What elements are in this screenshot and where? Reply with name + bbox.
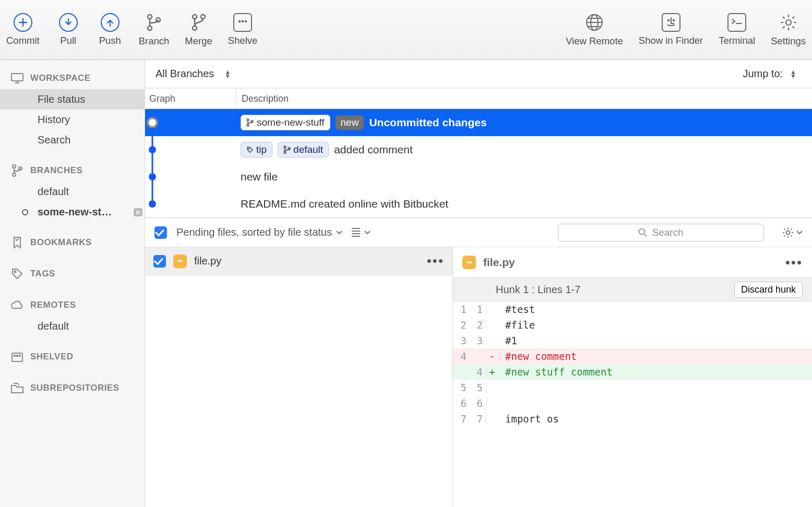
svg-point-3 (193, 15, 197, 19)
jump-to-dropdown[interactable]: Jump to: ▲▼ (743, 68, 802, 80)
monitor-icon (10, 71, 24, 85)
view-mode-dropdown[interactable] (352, 228, 371, 237)
select-all-checkbox[interactable] (154, 226, 167, 239)
push-label: Push (99, 35, 121, 46)
bookmark-icon (10, 236, 24, 249)
svg-point-31 (248, 148, 249, 149)
cloud-icon (10, 298, 24, 312)
sidebar-item-history[interactable]: History (0, 110, 145, 130)
branch-icon (10, 164, 24, 177)
commit-list-header: Graph Description (145, 88, 812, 109)
commit-button[interactable]: Commit (6, 13, 40, 46)
terminal-button[interactable]: Terminal (719, 13, 755, 46)
diff-line[interactable]: 77import os (453, 411, 812, 427)
sidebar-section-remotes[interactable]: REMOTES (0, 294, 145, 316)
search-input[interactable]: Search (558, 224, 764, 242)
hunk-label: Hunk 1 : Lines 1-7 (496, 284, 580, 296)
file-status-modified-icon: ••• (462, 256, 476, 269)
commit-label: Commit (6, 35, 40, 46)
svg-point-21 (17, 355, 18, 357)
finder-label: Show in Finder (639, 35, 703, 46)
pending-file-row[interactable]: ••• file.py ••• (145, 247, 452, 275)
filter-bar: All Branches ▲▼ Jump to: ▲▼ (145, 60, 812, 88)
subrepo-icon (10, 381, 24, 395)
sidebar-section-workspace[interactable]: WORKSPACE (0, 67, 145, 89)
branch-filter-label: All Branches (156, 68, 214, 80)
file-status-modified-icon: ••• (173, 255, 187, 268)
file-checkbox[interactable] (153, 255, 166, 268)
sidebar-section-shelved[interactable]: SHELVED (0, 346, 145, 368)
diff-line[interactable]: 22#file (453, 317, 812, 333)
sidebar-branch-default[interactable]: default (0, 182, 145, 202)
gear-icon (779, 13, 798, 32)
pull-button[interactable]: Pull (55, 13, 81, 46)
file-actions-button[interactable]: ••• (427, 253, 444, 269)
terminal-icon (727, 13, 746, 32)
branch-pill: default (278, 142, 329, 158)
diff-settings-button[interactable] (782, 226, 803, 239)
updown-icon: ▲▼ (790, 70, 796, 78)
commit-row-uncommitted[interactable]: some-new-stuff new Uncommitted changes (145, 109, 812, 136)
column-description[interactable]: Description (236, 93, 812, 104)
sidebar-item-file-status[interactable]: File status (0, 89, 145, 110)
push-button[interactable]: Push (97, 13, 123, 46)
commit-row[interactable]: new file (145, 163, 812, 190)
chevron-down-icon (796, 231, 803, 235)
sidebar-branch-some-new-stuff[interactable]: some-new-st… n (0, 202, 145, 222)
commit-row[interactable]: README.md created online with Bitbucket (145, 190, 812, 218)
svg-point-33 (284, 151, 286, 153)
settings-label: Settings (771, 35, 806, 47)
diff-line[interactable]: 33#1 (453, 333, 812, 348)
shelve-button[interactable]: Shelve (228, 13, 258, 46)
diff-line[interactable]: 55 (453, 380, 812, 395)
plus-icon (14, 13, 32, 32)
subrepos-label: SUBREPOSITORIES (30, 383, 120, 393)
svg-point-5 (201, 15, 205, 19)
tags-label: TAGS (30, 269, 55, 279)
branch-icon (144, 13, 164, 32)
diff-line[interactable]: 4+#new stuff comment (453, 364, 812, 380)
arrow-up-icon (101, 13, 120, 32)
discard-hunk-button[interactable]: Discard hunk (734, 282, 803, 298)
terminal-label: Terminal (719, 35, 755, 46)
chevron-down-icon (364, 231, 371, 235)
diff-actions-button[interactable]: ••• (785, 255, 803, 271)
svg-point-22 (19, 355, 21, 357)
sidebar-section-branches[interactable]: BRANCHES (0, 160, 145, 182)
svg-point-7 (242, 20, 244, 23)
column-graph[interactable]: Graph (145, 89, 236, 108)
tip-tag: tip (241, 142, 272, 158)
merge-button[interactable]: Merge (185, 13, 212, 47)
svg-point-18 (15, 271, 16, 273)
show-in-finder-button[interactable]: Show in Finder (639, 13, 703, 46)
sidebar-section-tags[interactable]: TAGS (0, 263, 145, 285)
sidebar-section-bookmarks[interactable]: BOOKMARKS (0, 232, 145, 254)
svg-point-12 (673, 20, 674, 21)
shelve-label: Shelve (228, 35, 258, 46)
sidebar-section-subrepos[interactable]: SUBREPOSITORIES (0, 377, 145, 399)
pending-toolbar: Pending files, sorted by file status Sea… (145, 218, 812, 247)
svg-point-13 (786, 20, 791, 25)
branch-button[interactable]: Branch (139, 13, 170, 47)
branch-filter-dropdown[interactable]: All Branches ▲▼ (156, 68, 231, 80)
diff-line[interactable]: 66 (453, 395, 812, 411)
diff-content[interactable]: 11#test22#file33#14-#new comment4+#new s… (453, 301, 812, 427)
svg-point-28 (247, 119, 249, 121)
view-remote-button[interactable]: View Remote (566, 13, 623, 47)
diff-pane: ••• file.py ••• Hunk 1 : Lines 1-7 Disca… (453, 247, 812, 507)
svg-point-20 (14, 355, 16, 357)
diff-line[interactable]: 11#test (453, 301, 812, 317)
sidebar-item-search[interactable]: Search (0, 130, 145, 150)
merge-icon (189, 13, 209, 32)
settings-button[interactable]: Settings (771, 13, 806, 47)
pending-sort-dropdown[interactable]: Pending files, sorted by file status (176, 226, 342, 238)
shelve-icon (233, 13, 252, 32)
commit-row[interactable]: tip default added comment (145, 136, 812, 163)
svg-point-1 (148, 26, 152, 30)
sidebar-remote-default[interactable]: default (0, 316, 145, 336)
branches-label: BRANCHES (30, 165, 82, 176)
gear-icon (782, 226, 794, 239)
commit-list: some-new-stuff new Uncommitted changes t… (145, 109, 812, 218)
sidebar: WORKSPACE File status History Search BRA… (0, 60, 145, 507)
diff-line[interactable]: 4-#new comment (453, 348, 812, 364)
